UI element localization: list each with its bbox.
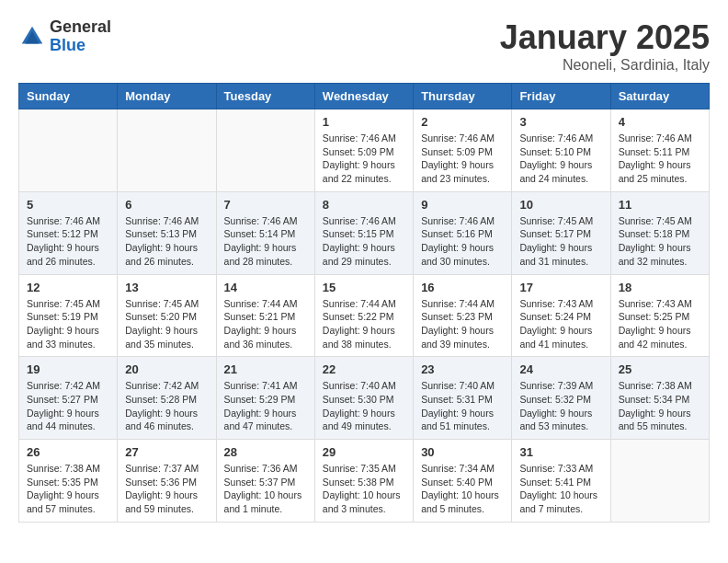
calendar-cell: 5Sunrise: 7:46 AM Sunset: 5:12 PM Daylig… <box>19 191 118 274</box>
day-info: Sunrise: 7:46 AM Sunset: 5:13 PM Dayligh… <box>125 214 208 269</box>
day-info: Sunrise: 7:39 AM Sunset: 5:32 PM Dayligh… <box>519 379 602 433</box>
calendar-cell: 16Sunrise: 7:44 AM Sunset: 5:23 PM Dayli… <box>414 274 512 357</box>
calendar-cell: 20Sunrise: 7:42 AM Sunset: 5:28 PM Dayli… <box>118 357 216 440</box>
calendar-cell: 25Sunrise: 7:38 AM Sunset: 5:34 PM Dayli… <box>610 357 709 440</box>
day-number: 27 <box>125 445 208 459</box>
day-info: Sunrise: 7:37 AM Sunset: 5:36 PM Dayligh… <box>125 462 208 516</box>
day-number: 11 <box>619 198 701 212</box>
calendar-body: 1Sunrise: 7:46 AM Sunset: 5:09 PM Daylig… <box>19 109 710 523</box>
calendar-cell: 2Sunrise: 7:46 AM Sunset: 5:09 PM Daylig… <box>414 109 512 192</box>
day-number: 28 <box>224 445 307 459</box>
day-info: Sunrise: 7:40 AM Sunset: 5:30 PM Dayligh… <box>323 379 405 433</box>
day-number: 16 <box>421 281 504 294</box>
calendar-cell: 7Sunrise: 7:46 AM Sunset: 5:14 PM Daylig… <box>216 191 314 274</box>
day-info: Sunrise: 7:45 AM Sunset: 5:19 PM Dayligh… <box>27 297 109 351</box>
day-info: Sunrise: 7:43 AM Sunset: 5:24 PM Dayligh… <box>519 297 602 351</box>
day-info: Sunrise: 7:46 AM Sunset: 5:09 PM Dayligh… <box>323 132 405 186</box>
calendar-week-4: 19Sunrise: 7:42 AM Sunset: 5:27 PM Dayli… <box>19 357 710 440</box>
day-number: 29 <box>323 445 405 459</box>
day-info: Sunrise: 7:36 AM Sunset: 5:37 PM Dayligh… <box>224 462 307 516</box>
day-info: Sunrise: 7:34 AM Sunset: 5:40 PM Dayligh… <box>421 462 504 516</box>
day-info: Sunrise: 7:42 AM Sunset: 5:28 PM Dayligh… <box>125 379 208 433</box>
logo-general-text: General <box>50 18 111 37</box>
day-number: 4 <box>619 115 701 129</box>
calendar-week-2: 5Sunrise: 7:46 AM Sunset: 5:12 PM Daylig… <box>19 191 710 274</box>
month-title: January 2025 <box>500 18 710 57</box>
calendar-cell: 14Sunrise: 7:44 AM Sunset: 5:21 PM Dayli… <box>216 274 314 357</box>
col-thursday: Thursday <box>414 84 512 109</box>
calendar-cell: 3Sunrise: 7:46 AM Sunset: 5:10 PM Daylig… <box>512 109 610 192</box>
col-wednesday: Wednesday <box>314 84 413 109</box>
day-info: Sunrise: 7:43 AM Sunset: 5:25 PM Dayligh… <box>619 297 701 351</box>
day-info: Sunrise: 7:46 AM Sunset: 5:12 PM Dayligh… <box>27 214 109 269</box>
calendar-cell: 12Sunrise: 7:45 AM Sunset: 5:19 PM Dayli… <box>19 274 118 357</box>
calendar-week-3: 12Sunrise: 7:45 AM Sunset: 5:19 PM Dayli… <box>19 274 710 357</box>
day-number: 26 <box>27 445 109 459</box>
calendar-cell: 31Sunrise: 7:33 AM Sunset: 5:41 PM Dayli… <box>512 440 610 523</box>
calendar-cell: 27Sunrise: 7:37 AM Sunset: 5:36 PM Dayli… <box>118 440 216 523</box>
calendar-cell: 4Sunrise: 7:46 AM Sunset: 5:11 PM Daylig… <box>610 109 709 192</box>
day-number: 12 <box>27 281 109 294</box>
day-info: Sunrise: 7:38 AM Sunset: 5:35 PM Dayligh… <box>27 462 109 516</box>
day-number: 19 <box>27 362 109 376</box>
calendar-cell: 19Sunrise: 7:42 AM Sunset: 5:27 PM Dayli… <box>19 357 118 440</box>
calendar-cell: 18Sunrise: 7:43 AM Sunset: 5:25 PM Dayli… <box>610 274 709 357</box>
calendar-week-5: 26Sunrise: 7:38 AM Sunset: 5:35 PM Dayli… <box>19 440 710 523</box>
col-tuesday: Tuesday <box>216 84 314 109</box>
day-number: 3 <box>519 115 602 129</box>
day-info: Sunrise: 7:41 AM Sunset: 5:29 PM Dayligh… <box>224 379 307 433</box>
page-header: General Blue January 2025 Neoneli, Sardi… <box>18 18 710 74</box>
calendar-cell: 17Sunrise: 7:43 AM Sunset: 5:24 PM Dayli… <box>512 274 610 357</box>
day-info: Sunrise: 7:46 AM Sunset: 5:10 PM Dayligh… <box>519 132 602 186</box>
calendar-cell: 1Sunrise: 7:46 AM Sunset: 5:09 PM Daylig… <box>314 109 413 192</box>
location-subtitle: Neoneli, Sardinia, Italy <box>500 57 710 74</box>
day-info: Sunrise: 7:35 AM Sunset: 5:38 PM Dayligh… <box>323 462 405 516</box>
logo-icon <box>18 23 46 51</box>
day-number: 15 <box>323 281 405 294</box>
day-number: 5 <box>27 198 109 212</box>
day-number: 17 <box>519 281 602 294</box>
day-info: Sunrise: 7:45 AM Sunset: 5:17 PM Dayligh… <box>519 214 602 269</box>
calendar-cell: 6Sunrise: 7:46 AM Sunset: 5:13 PM Daylig… <box>118 191 216 274</box>
day-number: 25 <box>619 362 701 376</box>
logo-text: General Blue <box>50 18 111 55</box>
day-info: Sunrise: 7:46 AM Sunset: 5:11 PM Dayligh… <box>619 132 701 186</box>
calendar-cell: 22Sunrise: 7:40 AM Sunset: 5:30 PM Dayli… <box>314 357 413 440</box>
calendar-cell: 10Sunrise: 7:45 AM Sunset: 5:17 PM Dayli… <box>512 191 610 274</box>
calendar-cell: 8Sunrise: 7:46 AM Sunset: 5:15 PM Daylig… <box>314 191 413 274</box>
day-number: 18 <box>619 281 701 294</box>
day-info: Sunrise: 7:38 AM Sunset: 5:34 PM Dayligh… <box>619 379 701 433</box>
col-saturday: Saturday <box>610 84 709 109</box>
day-number: 6 <box>125 198 208 212</box>
day-number: 24 <box>519 362 602 376</box>
calendar-cell: 21Sunrise: 7:41 AM Sunset: 5:29 PM Dayli… <box>216 357 314 440</box>
calendar-cell <box>118 109 216 192</box>
day-number: 21 <box>224 362 307 376</box>
calendar-cell: 28Sunrise: 7:36 AM Sunset: 5:37 PM Dayli… <box>216 440 314 523</box>
day-number: 9 <box>421 198 504 212</box>
calendar-cell: 26Sunrise: 7:38 AM Sunset: 5:35 PM Dayli… <box>19 440 118 523</box>
day-number: 8 <box>323 198 405 212</box>
day-info: Sunrise: 7:44 AM Sunset: 5:21 PM Dayligh… <box>224 297 307 351</box>
calendar-header: Sunday Monday Tuesday Wednesday Thursday… <box>19 84 710 109</box>
col-sunday: Sunday <box>19 84 118 109</box>
calendar-cell <box>216 109 314 192</box>
calendar-cell: 29Sunrise: 7:35 AM Sunset: 5:38 PM Dayli… <box>314 440 413 523</box>
day-number: 2 <box>421 115 504 129</box>
calendar-cell: 13Sunrise: 7:45 AM Sunset: 5:20 PM Dayli… <box>118 274 216 357</box>
calendar-cell: 15Sunrise: 7:44 AM Sunset: 5:22 PM Dayli… <box>314 274 413 357</box>
header-row: Sunday Monday Tuesday Wednesday Thursday… <box>19 84 710 109</box>
calendar-cell: 24Sunrise: 7:39 AM Sunset: 5:32 PM Dayli… <box>512 357 610 440</box>
day-number: 10 <box>519 198 602 212</box>
col-friday: Friday <box>512 84 610 109</box>
calendar-table: Sunday Monday Tuesday Wednesday Thursday… <box>18 83 710 523</box>
day-number: 13 <box>125 281 208 294</box>
calendar-cell: 11Sunrise: 7:45 AM Sunset: 5:18 PM Dayli… <box>610 191 709 274</box>
calendar-cell: 9Sunrise: 7:46 AM Sunset: 5:16 PM Daylig… <box>414 191 512 274</box>
calendar-cell: 23Sunrise: 7:40 AM Sunset: 5:31 PM Dayli… <box>414 357 512 440</box>
title-section: January 2025 Neoneli, Sardinia, Italy <box>500 18 710 74</box>
day-number: 22 <box>323 362 405 376</box>
day-number: 14 <box>224 281 307 294</box>
day-info: Sunrise: 7:46 AM Sunset: 5:09 PM Dayligh… <box>421 132 504 186</box>
day-info: Sunrise: 7:45 AM Sunset: 5:18 PM Dayligh… <box>619 214 701 269</box>
